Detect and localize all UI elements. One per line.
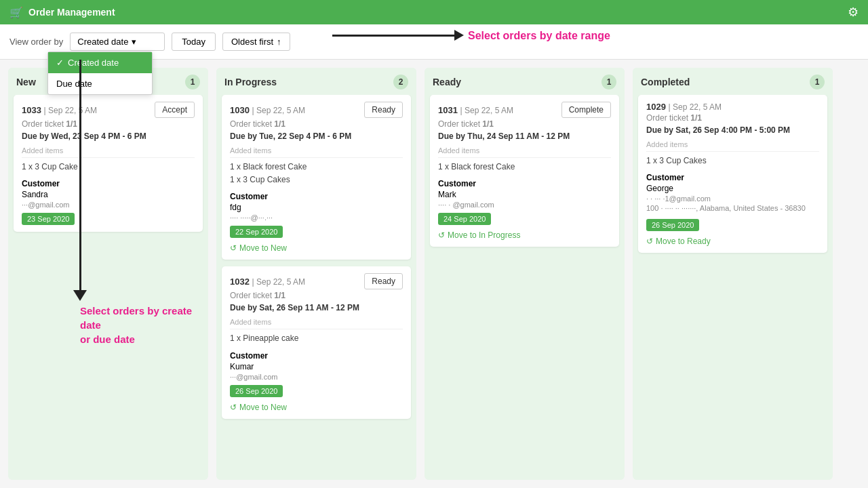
column-count: 1 [810,75,825,89]
column-new: New 1 1033 | Sep 22, 5 AM Accept Order t… [8,68,208,480]
customer-label: Customer [646,173,819,182]
customer-label: Customer [230,351,403,361]
order-card: 1033 | Sep 22, 5 AM Accept Order ticket … [14,95,203,232]
chevron-down-icon: ▾ [132,37,136,47]
customer-name: Kumar [230,362,403,371]
card-header: 1029 | Sep 22, 5 AM [646,102,819,112]
order-card: 1029 | Sep 22, 5 AM Order ticket 1/1 Due… [638,95,827,253]
customer-label: Customer [22,179,195,188]
card-action-link[interactable]: ↺ Move to New [230,243,403,253]
order-items: 1 x 3 Cup Cakes [646,155,819,167]
order-date-badge: 23 Sep 2020 [22,213,75,225]
column-ready: Ready 1 1031 | Sep 22, 5 AM Complete Ord… [425,68,625,480]
order-item: 1 x Pineapple cake [230,332,403,345]
customer-label: Customer [438,179,611,188]
check-icon: ✓ [56,58,64,68]
customer-name: fdg [230,203,403,212]
order-date: | Sep 22, 5 AM [252,106,306,115]
order-item: 1 x Black forest Cake [230,161,403,174]
column-header: In Progress 2 [216,68,416,95]
complete-button[interactable]: Complete [561,102,611,118]
refresh-icon: ↺ [646,237,653,246]
order-due: Due by Sat, 26 Sep 11 AM - 12 PM [230,303,403,312]
column-count: 1 [185,75,200,89]
order-id: 1032 [230,277,250,287]
card-id-date: 1031 | Sep 22, 5 AM [438,105,513,115]
annotation-text-right: Select orders by date range [468,30,610,42]
dropdown-option-created[interactable]: ✓ Created date [48,52,152,73]
order-due: Due by Tue, 22 Sep 4 PM - 6 PM [230,131,403,141]
order-due: Due by Wed, 23 Sep 4 PM - 6 PM [22,131,195,141]
order-due: Due by Thu, 24 Sep 11 AM - 12 PM [438,131,611,141]
customer-name: George [646,184,819,193]
column-body: 1033 | Sep 22, 5 AM Accept Order ticket … [8,95,208,237]
added-items-label: Added items [230,318,403,329]
added-items-label: Added items [230,146,403,158]
column-body: 1031 | Sep 22, 5 AM Complete Order ticke… [425,95,625,252]
dropdown-option-due[interactable]: Due date [48,73,152,94]
order-date-badge: 26 Sep 2020 [646,219,699,231]
added-items-label: Added items [22,146,195,158]
order-card: 1032 | Sep 22, 5 AM Ready Order ticket 1… [222,266,411,418]
card-action-link[interactable]: ↺ Move to Ready [646,237,819,246]
refresh-icon: ↺ [230,243,237,253]
dropdown-selected-value: Created date [77,37,128,47]
column-count: 1 [601,75,616,89]
board: Select orders by create dateor due date … [0,60,868,488]
refresh-icon: ↺ [230,403,237,412]
added-items-label: Added items [438,146,611,158]
order-item: 1 x Black forest Cake [438,161,611,174]
view-order-label: View order by [9,37,63,47]
order-card: 1031 | Sep 22, 5 AM Complete Order ticke… [430,95,619,247]
order-items: 1 x Black forest Cake1 x 3 Cup Cakes [230,161,403,186]
app-title: Order Management [28,7,115,18]
accept-button[interactable]: Accept [155,102,195,118]
column-body: 1029 | Sep 22, 5 AM Order ticket 1/1 Due… [633,95,833,258]
order-id: 1030 [230,105,250,115]
order-date: | Sep 22, 5 AM [44,106,98,115]
cart-icon: 🛒 [9,6,23,19]
date-range-button[interactable]: Today [172,33,216,51]
order-date: | Sep 22, 5 AM [460,106,514,115]
settings-icon[interactable]: ⚙ [848,5,859,20]
order-item: 1 x 3 Cup Cakes [646,155,819,167]
column-body: 1030 | Sep 22, 5 AM Ready Order ticket 1… [216,95,416,424]
sort-button[interactable]: Oldest first ↑ [222,33,290,51]
card-header: 1031 | Sep 22, 5 AM Complete [438,102,611,118]
refresh-icon: ↺ [438,230,445,240]
view-order-dropdown[interactable]: Created date ▾ [70,33,165,51]
card-id-date: 1029 | Sep 22, 5 AM [646,102,722,112]
card-header: 1032 | Sep 22, 5 AM Ready [230,273,403,289]
customer-label: Customer [230,192,403,201]
column-title: In Progress [224,77,277,87]
order-id: 1031 [438,105,458,115]
order-due: Due by Sat, 26 Sep 4:00 PM - 5:00 PM [646,125,819,135]
ready-button[interactable]: Ready [364,273,403,289]
card-header: 1030 | Sep 22, 5 AM Ready [230,102,403,118]
card-action-link[interactable]: ↺ Move to In Progress [438,230,611,240]
order-items: 1 x 3 Cup Cake [22,161,195,174]
customer-email: ···· ·····@···.··· [230,214,403,222]
annotation-arrow-right [332,30,464,41]
customer-email: ···@gmail.com [22,201,195,209]
order-date-badge: 24 Sep 2020 [438,213,491,225]
card-id-date: 1030 | Sep 22, 5 AM [230,105,305,115]
card-action-link[interactable]: ↺ Move to New [230,403,403,412]
order-date: | Sep 22, 5 AM [669,102,722,112]
order-ticket: Order ticket 1/1 [230,119,403,129]
ready-button[interactable]: Ready [364,102,403,118]
order-date-badge: 22 Sep 2020 [230,226,283,238]
order-card: 1030 | Sep 22, 5 AM Ready Order ticket 1… [222,95,411,260]
customer-name: Mark [438,190,611,199]
column-header: Completed 1 [633,68,833,95]
order-items: 1 x Black forest Cake [438,161,611,174]
order-items: 1 x Pineapple cake [230,332,403,345]
order-date-badge: 26 Sep 2020 [230,385,283,397]
customer-email: · · ··· ·1@gmail.com [646,195,819,203]
order-item: 1 x 3 Cup Cake [22,161,195,174]
top-bar: 🛒 Order Management ⚙ [0,0,868,24]
customer-email: ···@gmail.com [230,373,403,381]
order-ticket: Order ticket 1/1 [22,119,195,129]
order-item: 1 x 3 Cup Cakes [230,174,403,186]
added-items-label: Added items [646,140,819,152]
